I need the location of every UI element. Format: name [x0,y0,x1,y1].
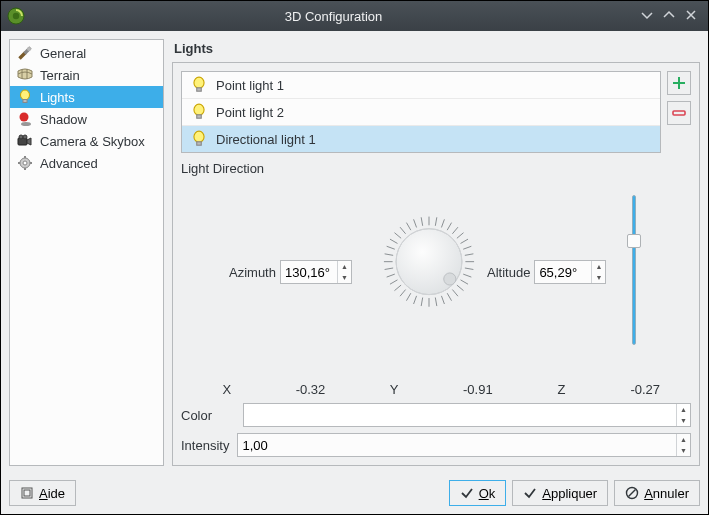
light-direction-label: Light Direction [181,159,691,176]
remove-light-button[interactable] [667,101,691,125]
minimize-button[interactable] [636,8,658,25]
slider-handle[interactable] [627,234,641,248]
svg-line-38 [457,285,464,291]
spin-arrows[interactable]: ▲▼ [676,434,690,456]
sidebar-item-general[interactable]: General [10,42,163,64]
azimuth-row: Azimuth ▲▼ [229,260,352,284]
sidebar-item-label: Camera & Skybox [40,134,145,149]
light-item[interactable]: Point light 1 [182,72,660,99]
lights-list[interactable]: Point light 1 Point light 2 Directional … [181,71,661,153]
svg-line-49 [390,280,398,284]
sidebar-item-label: Terrain [40,68,80,83]
azimuth-spinbox[interactable]: ▲▼ [280,260,352,284]
svg-line-59 [414,219,417,227]
svg-line-30 [457,233,464,239]
svg-point-8 [19,135,23,139]
svg-line-37 [461,280,469,284]
sidebar-item-lights[interactable]: Lights [10,86,163,108]
svg-point-18 [194,104,204,115]
close-button[interactable] [680,8,702,24]
dropdown-icon[interactable]: ▲▼ [676,404,690,426]
svg-rect-4 [23,100,27,103]
color-label: Color [181,408,235,423]
x-label: X [185,382,269,397]
sidebar-item-terrain[interactable]: Terrain [10,64,163,86]
altitude-input[interactable] [535,261,591,283]
panel-title: Lights [172,39,700,62]
svg-point-16 [194,77,204,88]
svg-line-33 [465,254,474,256]
svg-line-50 [387,274,395,277]
help-button-label: Aide [39,486,65,501]
svg-line-57 [400,227,406,234]
terrain-icon [16,67,34,83]
apply-button[interactable]: Appliquer [512,480,608,506]
svg-line-45 [414,296,417,304]
svg-line-44 [421,298,423,307]
lights-buttons [667,71,691,153]
color-swatch-area [244,404,676,426]
sidebar-item-advanced[interactable]: Advanced [10,152,163,174]
check-icon [523,486,537,500]
z-value: -0.27 [603,382,687,397]
svg-point-3 [21,90,30,100]
camera-icon [16,133,34,149]
help-button[interactable]: Aide [9,480,76,506]
light-item[interactable]: Directional light 1 [182,126,660,152]
y-label: Y [352,382,436,397]
gear-icon [16,155,34,171]
add-light-button[interactable] [667,71,691,95]
intensity-spinbox[interactable]: ▲▼ [237,433,691,457]
svg-line-54 [387,246,395,249]
sidebar-item-label: Shadow [40,112,87,127]
svg-point-9 [23,135,27,139]
altitude-slider[interactable] [625,190,643,350]
svg-line-67 [629,490,636,497]
svg-line-53 [385,254,394,256]
azimuth-input[interactable] [281,261,337,283]
main-panel: Lights Point light 1 Point ligh [172,39,700,466]
spin-arrows[interactable]: ▲▼ [591,261,605,283]
sidebar-item-shadow[interactable]: Shadow [10,108,163,130]
window-title: 3D Configuration [31,9,636,24]
cancel-button-label: Annuler [644,486,689,501]
lights-groupbox: Point light 1 Point light 2 Directional … [172,62,700,466]
shadow-icon [16,111,34,127]
light-direction-area: Azimuth ▲▼ [181,182,691,397]
lights-list-row: Point light 1 Point light 2 Directional … [181,71,691,153]
svg-rect-17 [197,88,202,91]
xyz-readout: X -0.32 Y -0.91 Z -0.27 [181,382,691,397]
svg-rect-24 [673,111,685,115]
plus-icon [671,75,687,91]
svg-line-32 [463,246,471,249]
svg-point-63 [444,273,456,285]
z-label: Z [520,382,604,397]
svg-line-58 [406,223,410,231]
cancel-button[interactable]: Annuler [614,480,700,506]
dialog-body: General Terrain Lights Shadow Camera & S… [1,31,708,474]
spin-arrows[interactable]: ▲▼ [337,261,351,283]
intensity-input[interactable] [238,434,676,456]
sidebar-item-label: Lights [40,90,75,105]
x-value: -0.32 [269,382,353,397]
intensity-row: Intensity ▲▼ [181,433,691,457]
altitude-row: Altitude ▲▼ [487,260,606,284]
maximize-button[interactable] [658,8,680,25]
svg-point-2 [27,47,31,51]
altitude-spinbox[interactable]: ▲▼ [534,260,606,284]
lightbulb-icon [190,130,208,148]
light-item[interactable]: Point light 2 [182,99,660,126]
svg-line-55 [390,239,398,243]
ok-button[interactable]: Ok [449,480,507,506]
lightbulb-icon [16,89,34,105]
color-picker[interactable]: ▲▼ [243,403,691,427]
intensity-label: Intensity [181,438,229,453]
sidebar-item-camera-skybox[interactable]: Camera & Skybox [10,130,163,152]
svg-line-35 [465,268,474,270]
sidebar-item-label: General [40,46,86,61]
check-icon [460,486,474,500]
color-row: Color ▲▼ [181,403,691,427]
tools-icon [16,45,34,61]
apply-button-label: Appliquer [542,486,597,501]
azimuth-dial[interactable] [376,192,482,298]
